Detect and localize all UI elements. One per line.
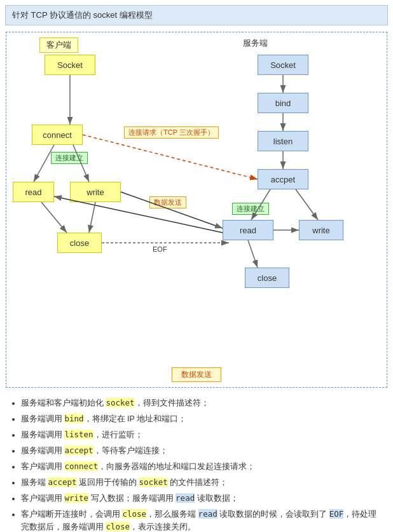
svg-line-14 [248, 240, 258, 268]
box-socket-server: Socket [258, 55, 308, 75]
list-item: 服务端调用 listen，进行监听； [21, 428, 383, 441]
page-container: 针对 TCP 协议通信的 socket 编程模型 客户端 服务端 Socket … [0, 0, 393, 532]
label-client: 客户端 [39, 38, 78, 53]
title-bar: 针对 TCP 协议通信的 socket 编程模型 [5, 5, 388, 25]
box-accpet: accpet [258, 169, 308, 189]
desc-list: 服务端和客户端初始化 socket，得到文件描述符；服务端调用 bind，将绑定… [10, 397, 383, 532]
list-item: 服务端 accept 返回用于传输的 socket 的文件描述符； [21, 476, 383, 489]
list-item: 服务端调用 bind，将绑定在 IP 地址和端口； [21, 413, 383, 425]
box-socket-client: Socket [45, 55, 95, 75]
desc-area: 服务端和客户端初始化 socket，得到文件描述符；服务端调用 bind，将绑定… [6, 394, 387, 532]
svg-line-8 [296, 189, 318, 220]
arrows-svg [6, 32, 387, 387]
list-item: 客户端调用 write 写入数据；服务端调用 read 读取数据； [21, 492, 383, 505]
page-title: 针对 TCP 协议通信的 socket 编程模型 [12, 10, 153, 20]
svg-line-12 [89, 202, 95, 233]
list-item: 客户端调用 connect，向服务器端的地址和端口发起连接请求； [21, 460, 383, 473]
svg-line-4 [83, 135, 258, 179]
list-item: 客户端断开连接时，会调用 close，那么服务端 read 读取数据的时候，会读… [21, 508, 383, 532]
box-listen: listen [258, 131, 308, 151]
list-item: 服务端和客户端初始化 socket，得到文件描述符； [21, 397, 383, 409]
label-server: 服务端 [243, 38, 268, 49]
box-read-client: read [13, 182, 54, 202]
label-bottom-datasend: 数据发送 [172, 367, 221, 382]
list-item: 服务端调用 accept，等待客户端连接； [21, 444, 383, 457]
box-close-server: close [245, 268, 289, 288]
box-close-client: close [57, 233, 102, 253]
label-eof: EOF [153, 245, 167, 253]
box-read-server: read [223, 220, 273, 240]
box-bind: bind [258, 93, 308, 113]
label-data-send: 数据发送 [149, 196, 186, 208]
svg-line-13 [41, 202, 67, 233]
label-connection-request: 连接请求（TCP 三次握手） [124, 126, 219, 139]
box-connect: connect [32, 125, 83, 145]
label-connection-established-c: 连接建立 [51, 152, 88, 164]
box-write-server: write [299, 220, 343, 240]
diagram-area: 客户端 服务端 Socket connect read write close … [6, 32, 387, 388]
label-connection-established-s: 连接建立 [232, 203, 269, 215]
box-write-client: write [70, 182, 121, 202]
